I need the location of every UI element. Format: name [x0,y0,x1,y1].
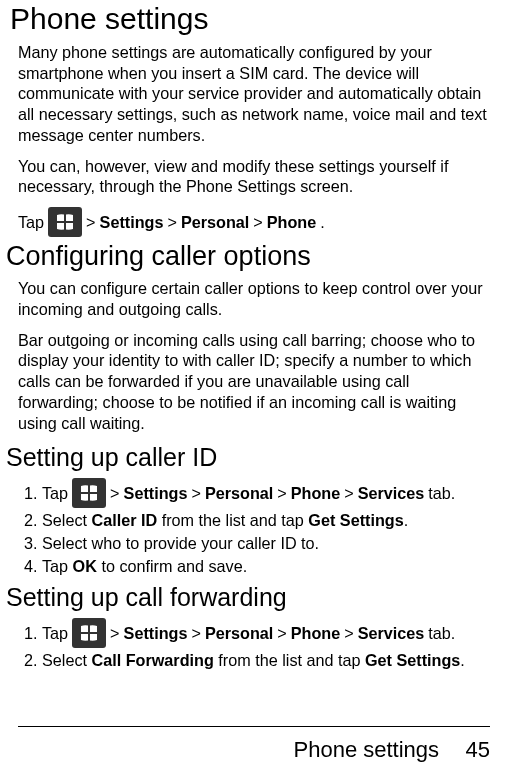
page-title: Phone settings [10,2,490,36]
nav-gt: > [253,212,262,233]
footer-title: Phone settings [294,737,440,763]
nav-settings: Settings [124,483,188,504]
nav-gt: > [344,623,353,644]
caller-options-p2: Bar outgoing or incoming calls using cal… [18,330,490,434]
list-item: Select who to provide your caller ID to. [42,533,490,554]
nav-period: . [320,212,325,233]
step-caller-id-bold: Caller ID [92,511,158,529]
step-select-label: Select [42,511,87,529]
start-icon [72,478,106,508]
nav-tab-label: tab. [428,623,455,644]
nav-gt: > [277,483,286,504]
nav-path-main: Tap > Settings > Personal > Phone. [18,207,490,237]
caller-id-steps: Tap > Settings > Personal > [18,478,490,577]
nav-gt: > [344,483,353,504]
nav-gt: > [110,623,119,644]
section-heading-call-forwarding: Setting up call forwarding [6,583,490,612]
nav-gt: > [277,623,286,644]
nav-gt: > [86,212,95,233]
step-end: . [460,651,465,669]
nav-services: Services [358,623,425,644]
nav-gt: > [191,623,200,644]
nav-phone: Phone [291,483,340,504]
nav-gt: > [167,212,176,233]
caller-options-p1: You can configure certain caller options… [18,278,490,319]
list-item: Select Caller ID from the list and tap G… [42,510,490,531]
start-icon [48,207,82,237]
list-item: Tap > Settings > Personal > [42,478,490,508]
start-icon [72,618,106,648]
step-ok-bold: OK [73,557,97,575]
nav-tab-label: tab. [428,483,455,504]
list-item: Tap > Settings > Personal > [42,618,490,648]
nav-tap-label: Tap [18,212,44,233]
step-tap-label: Tap [42,483,68,504]
intro-paragraph-1: Many phone settings are automatically co… [18,42,490,146]
step-tap-label: Tap [42,623,68,644]
nav-personal: Personal [205,483,273,504]
footer-page-number: 45 [466,737,490,763]
step-end: . [404,511,409,529]
nav-settings: Settings [100,212,164,233]
step-end-text: to confirm and save. [101,557,247,575]
section-heading-caller-options: Configuring caller options [6,241,490,272]
nav-gt: > [191,483,200,504]
call-forwarding-steps: Tap > Settings > Personal > [18,618,490,671]
step-mid-text: from the list and tap [162,511,304,529]
nav-gt: > [110,483,119,504]
list-item: Tap OK to confirm and save. [42,556,490,577]
step-get-settings-bold: Get Settings [308,511,403,529]
step-tap-label: Tap [42,557,68,575]
nav-services: Services [358,483,425,504]
nav-phone: Phone [267,212,316,233]
nav-phone: Phone [291,623,340,644]
list-item: Select Call Forwarding from the list and… [42,650,490,671]
nav-settings: Settings [124,623,188,644]
intro-paragraph-2: You can, however, view and modify these … [18,156,490,197]
section-heading-caller-id: Setting up caller ID [6,443,490,472]
step-select-label: Select [42,651,87,669]
step-get-settings-bold: Get Settings [365,651,460,669]
step-mid-text: from the list and tap [218,651,360,669]
page-footer: Phone settings 45 [18,726,490,763]
nav-personal: Personal [181,212,249,233]
step-call-fwd-bold: Call Forwarding [92,651,214,669]
nav-personal: Personal [205,623,273,644]
